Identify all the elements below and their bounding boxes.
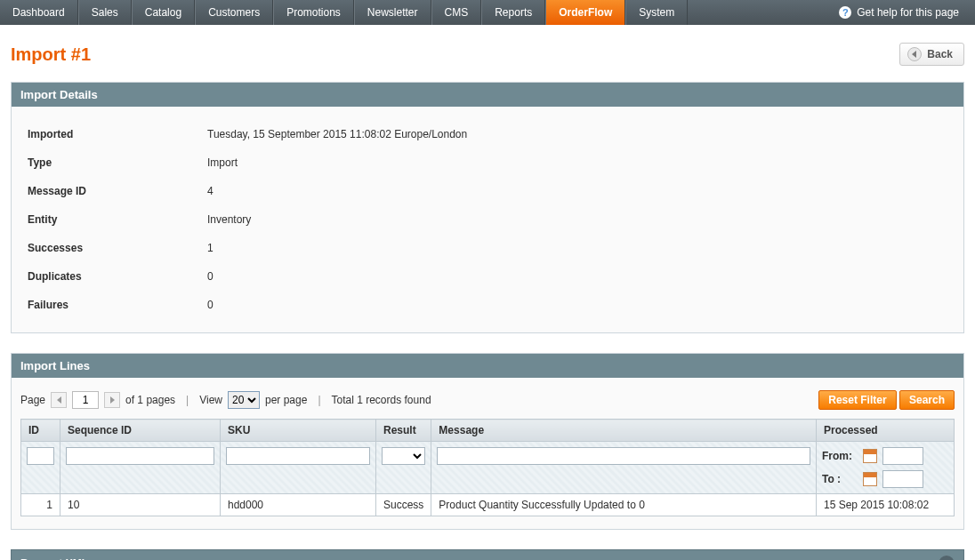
details-value: 0 <box>202 263 953 290</box>
table-row[interactable]: 110hdd000SuccessProduct Quantity Success… <box>21 494 955 516</box>
details-row: EntityInventory <box>22 206 953 233</box>
calendar-icon[interactable] <box>863 472 877 486</box>
page-input[interactable] <box>72 391 99 409</box>
import-details-header: Import Details <box>12 83 963 107</box>
import-lines-body: Page of 1 pages | View 20 per page | Tot… <box>12 378 963 529</box>
import-details-body: ImportedTuesday, 15 September 2015 11:08… <box>12 107 963 332</box>
import-details-panel: Import Details ImportedTuesday, 15 Septe… <box>11 82 964 333</box>
cell-result: Success <box>376 494 431 516</box>
details-value: Inventory <box>202 206 953 233</box>
request-xml-toggle[interactable]: Request XML <box>11 549 964 560</box>
details-value: 1 <box>202 235 953 261</box>
reset-filter-button[interactable]: Reset Filter <box>818 390 896 410</box>
details-row: ImportedTuesday, 15 September 2015 11:08… <box>22 121 953 148</box>
view-label: View <box>199 394 222 406</box>
page-header: Import #1 Back <box>11 25 964 82</box>
details-row: Duplicates0 <box>22 263 953 290</box>
cell-processed: 15 Sep 2015 10:08:02 <box>817 494 955 516</box>
details-label: Imported <box>22 121 200 148</box>
page-title: Import #1 <box>11 44 91 65</box>
separator: | <box>318 394 320 406</box>
nav-item-sales[interactable]: Sales <box>78 0 132 25</box>
grid-toolbar-left: Page of 1 pages | View 20 per page | Tot… <box>20 391 431 409</box>
to-label: To : <box>822 473 858 485</box>
help-label: Get help for this page <box>857 6 959 19</box>
nav-item-catalog[interactable]: Catalog <box>132 0 195 25</box>
details-row: Successes1 <box>22 235 953 261</box>
back-button[interactable]: Back <box>899 43 964 66</box>
col-sequence-id-header[interactable]: Sequence ID <box>60 420 221 442</box>
import-lines-header: Import Lines <box>12 354 963 378</box>
top-nav: DashboardSalesCatalogCustomersPromotions… <box>0 0 975 25</box>
total-records-label: Total 1 records found <box>332 394 431 406</box>
details-label: Successes <box>22 235 200 261</box>
grid-toolbar-right: Reset Filter Search <box>818 390 955 410</box>
grid-filter-row: From: To : <box>21 442 955 494</box>
help-link[interactable]: ? Get help for this page <box>839 0 975 25</box>
col-processed-header[interactable]: Processed <box>817 420 955 442</box>
details-row: TypeImport <box>22 149 953 176</box>
details-row: Message ID4 <box>22 178 953 204</box>
details-label: Entity <box>22 206 200 233</box>
details-value: Tuesday, 15 September 2015 11:08:02 Euro… <box>202 121 953 148</box>
cell-sequence-id: 10 <box>60 494 221 516</box>
filter-processed-range: From: To : <box>822 447 948 488</box>
details-label: Message ID <box>22 178 200 204</box>
nav-item-newsletter[interactable]: Newsletter <box>354 0 431 25</box>
filter-sku-input[interactable] <box>226 447 370 465</box>
page-label: Page <box>20 394 45 406</box>
nav-item-system[interactable]: System <box>625 0 688 25</box>
details-value: 0 <box>202 292 953 318</box>
from-label: From: <box>822 450 858 462</box>
cell-sku: hdd000 <box>221 494 376 516</box>
nav-item-cms[interactable]: CMS <box>431 0 482 25</box>
separator: | <box>186 394 189 406</box>
filter-to-date-input[interactable] <box>882 470 923 488</box>
filter-id-input[interactable] <box>27 447 54 465</box>
nav-item-orderflow[interactable]: OrderFlow <box>545 0 625 25</box>
back-arrow-icon <box>907 47 922 61</box>
details-row: Failures0 <box>22 292 953 318</box>
of-pages-label: of 1 pages <box>125 394 175 406</box>
filter-message-input[interactable] <box>437 447 810 465</box>
cell-id: 1 <box>21 494 60 516</box>
details-value: Import <box>202 149 953 176</box>
search-button[interactable]: Search <box>899 390 955 410</box>
col-id-header[interactable]: ID <box>21 420 60 442</box>
filter-sequence-id-input[interactable] <box>66 447 214 465</box>
filter-result-select[interactable] <box>382 447 425 465</box>
prev-page-button[interactable] <box>51 392 67 408</box>
import-lines-grid: ID Sequence ID SKU Result Message Proces… <box>20 419 955 516</box>
details-label: Failures <box>22 292 200 318</box>
next-page-button[interactable] <box>104 392 120 408</box>
per-page-label: per page <box>265 394 307 406</box>
details-label: Type <box>22 149 200 176</box>
nav-item-dashboard[interactable]: Dashboard <box>0 0 78 25</box>
details-value: 4 <box>202 178 953 204</box>
col-message-header[interactable]: Message <box>431 420 817 442</box>
details-label: Duplicates <box>22 263 200 290</box>
chevron-down-icon <box>939 556 955 560</box>
nav-spacer <box>688 0 839 25</box>
nav-item-reports[interactable]: Reports <box>481 0 545 25</box>
calendar-icon[interactable] <box>863 449 877 463</box>
filter-from-date-input[interactable] <box>882 447 923 465</box>
help-icon: ? <box>839 6 851 19</box>
per-page-select[interactable]: 20 <box>228 391 260 409</box>
nav-item-promotions[interactable]: Promotions <box>273 0 354 25</box>
back-label: Back <box>927 48 953 60</box>
col-result-header[interactable]: Result <box>376 420 431 442</box>
details-table: ImportedTuesday, 15 September 2015 11:08… <box>20 119 955 320</box>
grid-header-row: ID Sequence ID SKU Result Message Proces… <box>21 420 955 442</box>
nav-item-customers[interactable]: Customers <box>195 0 273 25</box>
import-lines-panel: Import Lines Page of 1 pages | View 20 p… <box>11 353 964 530</box>
col-sku-header[interactable]: SKU <box>221 420 376 442</box>
grid-toolbar: Page of 1 pages | View 20 per page | Tot… <box>20 390 955 419</box>
cell-message: Product Quantity Successfully Updated to… <box>431 494 817 516</box>
